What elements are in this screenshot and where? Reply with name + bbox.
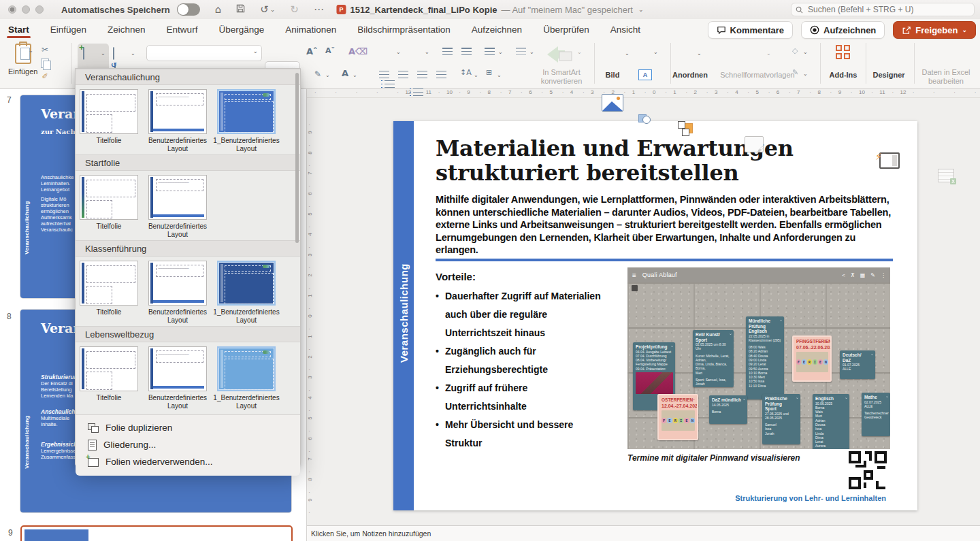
justify-button[interactable] — [436, 71, 446, 79]
paste-button[interactable]: Einfügen — [8, 44, 37, 76]
picture-button[interactable] — [602, 94, 623, 112]
pinboard-card-osterferien[interactable]: ⌄OSTERFERIEN12.04.-27.04.2025FERIEN — [657, 394, 698, 440]
bullet-list-chevron-icon[interactable]: ⌄ — [396, 49, 401, 55]
line-spacing-button[interactable] — [485, 48, 495, 56]
slide-layout-button[interactable] — [113, 48, 114, 60]
increase-font-button[interactable]: Aˆ — [306, 46, 318, 56]
pinboard-card-englisch[interactable]: ⌄Englisch30.06.2025BornaWaisMertAdrianDo… — [813, 394, 849, 449]
layout-thumbnail[interactable] — [80, 89, 138, 134]
share-button[interactable]: Freigeben ⌄ — [893, 21, 976, 39]
autosave-toggle[interactable] — [177, 3, 200, 16]
footer-link[interactable]: Strukturierung von Lehr- und Lerninhalte… — [735, 494, 886, 502]
minimize-window-button[interactable] — [22, 5, 30, 14]
highlighter-button[interactable]: ✎ — [314, 69, 321, 79]
decrease-font-button[interactable]: Aˇ — [325, 46, 335, 55]
highlighter-chevron-icon[interactable]: ⌄ — [325, 72, 330, 78]
benefits-title[interactable]: Vorteile: — [436, 271, 476, 282]
shape-outline-button[interactable]: ✎ — [792, 68, 798, 77]
close-window-button[interactable] — [8, 5, 16, 14]
layout-option-1-benutzerdefiniertes-layout[interactable]: 1_Benutzerdefiniertes Layout — [216, 261, 277, 325]
picture-chevron-icon[interactable]: ⌄ — [625, 50, 630, 56]
layout-option-1-benutzerdefiniertes-layout[interactable]: 1_Benutzerdefiniertes Layout — [216, 89, 277, 153]
pinboard-image[interactable]: ≡ Quali Ablauf < ⊼ ▦ ✎ ⋮ ⌄Projektprüfung… — [627, 267, 890, 449]
decrease-indent-button[interactable] — [442, 48, 453, 56]
numbered-list-chevron-icon[interactable]: ⌄ — [425, 49, 429, 55]
columns-chevron-icon[interactable]: ⌄ — [529, 49, 534, 55]
notes-pane[interactable]: Klicken Sie, um Notizen hinzuzufügen — [306, 526, 980, 541]
tab-start[interactable]: Start — [7, 20, 31, 39]
record-button[interactable]: Aufzeichnen — [801, 21, 885, 39]
pinboard-card-praktische-prüfung-sport[interactable]: ⌄Praktische Prüfung Sport27.05.2025 und2… — [762, 394, 800, 444]
pinboard-card-mathe[interactable]: ⌄Mathe02.07.2025ALLE TaschenrechnerGeodr… — [862, 393, 890, 436]
layout-option-titelfolie[interactable]: Titelfolie — [78, 346, 140, 410]
font-color-button[interactable]: A — [342, 68, 348, 78]
zoom-window-button[interactable] — [35, 5, 44, 14]
tab-einfügen[interactable]: Einfügen — [49, 20, 88, 39]
bullet-list-button[interactable] — [385, 80, 395, 88]
tab-übergänge[interactable]: Übergänge — [217, 20, 265, 39]
tab-entwurf[interactable]: Entwurf — [165, 20, 199, 39]
layout-option-benutzerdefiniertes-layout[interactable]: ~~~~~~~~~~~~~~~~~~Benutzerdefiniertes La… — [147, 89, 208, 153]
font-name-select[interactable] — [146, 45, 262, 61]
title-chevron-icon[interactable]: ⌄ — [638, 6, 644, 13]
search-box[interactable] — [791, 3, 975, 16]
pinboard-card-mündliche-prüfung-englisch[interactable]: ⌄Mündliche Prüfung Englisch22.05.2025 in… — [746, 316, 784, 399]
slide-title[interactable]: Materialien und Erwartungen strukturiert… — [436, 136, 912, 185]
columns-button[interactable] — [516, 48, 526, 56]
layout-option-1-benutzerdefiniertes-layout[interactable]: 1_Benutzerdefiniertes Layout — [216, 346, 277, 410]
layout-thumbnail[interactable]: ~~~~~~~~~~~~~~~~~~ — [148, 89, 207, 134]
undo-icon[interactable]: ↺ — [260, 5, 269, 15]
tab-überprüfen[interactable]: Überprüfen — [542, 20, 591, 39]
arrange-chevron-icon[interactable]: ⌄ — [697, 50, 702, 56]
numbered-list-button[interactable] — [413, 88, 423, 97]
layout-thumbnail[interactable] — [217, 346, 276, 391]
image-caption[interactable]: Termine mit digitaler Pinnwand visualisi… — [627, 453, 800, 463]
increase-indent-button[interactable] — [461, 48, 472, 56]
pinboard-card-daz-mündlich[interactable]: ⌄DaZ mündlich14.05.2025 Borna — [709, 395, 747, 424]
layout-option-titelfolie[interactable]: Titelfolie — [78, 89, 140, 153]
tab-animationen[interactable]: Animationen — [284, 20, 338, 39]
tab-aufzeichnen[interactable]: Aufzeichnen — [470, 20, 523, 39]
format-painter-icon[interactable]: ✐ — [42, 72, 48, 81]
arrange-button[interactable] — [678, 121, 693, 136]
layout-option-benutzerdefiniertes-layout[interactable]: ~~~~~~~~~~~~~~~~~~Benutzerdefiniertes La… — [147, 261, 208, 325]
slide-canvas[interactable]: Veranschaulichung Materialien und Erwart… — [393, 121, 917, 510]
align-right-button[interactable] — [417, 71, 427, 79]
shape-outline-chevron-icon[interactable]: ⌄ — [803, 71, 808, 77]
align-text-button[interactable]: ⊞ — [486, 68, 492, 77]
paste-chevron-icon[interactable]: ⌄ — [29, 48, 33, 54]
layout-option-benutzerdefiniertes-layout[interactable]: ~~~~~~~~~~~~~~~~~~Benutzerdefiniertes La… — [147, 346, 208, 410]
layout-thumbnail[interactable]: ~~~~~~~~~~~~~~~~~~ — [148, 175, 207, 220]
layout-thumbnail[interactable]: ~~~~~~~~~~~~~~~~~~ — [148, 261, 207, 306]
slide-layout-chevron-icon[interactable]: ⌄ — [131, 50, 135, 56]
copy-icon[interactable] — [41, 59, 49, 68]
menu-item-gliederung[interactable]: Gliederung... — [76, 436, 300, 453]
undo-chevron-icon[interactable]: ⌄ — [270, 6, 276, 13]
pinboard-card-pfingstferien[interactable]: ⌄PFINGSTFERIEN07.06.-22.06.2025FERIEN — [792, 335, 832, 382]
layout-thumbnail[interactable] — [80, 261, 138, 306]
align-center-button[interactable] — [398, 71, 408, 79]
more-commands-icon[interactable]: ⋯ — [314, 5, 324, 15]
text-direction-button[interactable]: ↕A — [460, 68, 472, 77]
shape-fill-chevron-icon[interactable]: ⌄ — [803, 49, 808, 55]
menu-item-folien-wiederverwenden[interactable]: Folien wiederverwenden... — [76, 453, 300, 470]
new-slide-chevron-icon[interactable]: ⌄ — [101, 50, 105, 56]
pinboard-card-deutsch-daz[interactable]: ⌄Deutsch/ DaZ01.07.2025ALLE — [840, 350, 875, 379]
tab-ansicht[interactable]: Ansicht — [609, 20, 642, 39]
addins-button[interactable] — [836, 45, 851, 60]
line-spacing-chevron-icon[interactable]: ⌄ — [498, 49, 503, 55]
slide-body-text[interactable]: Mithilfe digitaler Anwendungen, wie Lern… — [436, 193, 896, 257]
designer-button[interactable] — [879, 152, 900, 169]
search-input[interactable] — [806, 4, 966, 15]
benefits-list[interactable]: Dauerhafter Zugriff auf Materialien auch… — [436, 287, 604, 453]
new-slide-button[interactable] — [83, 48, 84, 60]
tab-zeichnen[interactable]: Zeichnen — [106, 20, 147, 39]
cut-icon[interactable]: ✂ — [42, 45, 48, 54]
layout-thumbnail[interactable] — [80, 346, 138, 391]
clear-formatting-button[interactable]: A⌫ — [348, 46, 368, 56]
save-icon[interactable] — [236, 4, 245, 15]
pinboard-card-reli-kunst-sport[interactable]: ⌄Reli/ Kunst/ Sport02.05.2025 um 8:30 Uh… — [693, 330, 734, 387]
document-title[interactable]: P 1512_Kartendeck_final_LiPo Kopie — Auf… — [336, 0, 643, 19]
layout-option-titelfolie[interactable]: Titelfolie — [78, 261, 140, 325]
text-box-button[interactable]: A — [638, 69, 652, 80]
